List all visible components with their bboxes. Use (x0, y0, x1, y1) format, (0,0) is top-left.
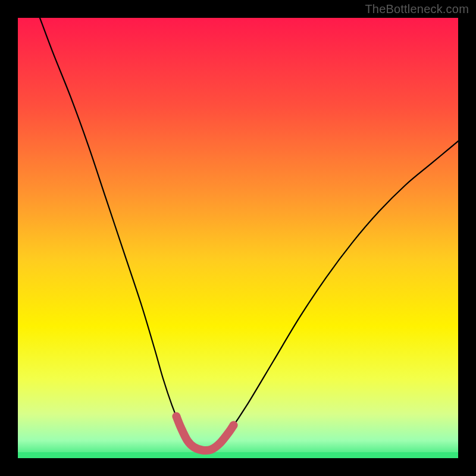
watermark-text: TheBottleneck.com (365, 2, 469, 16)
green-band (18, 452, 458, 458)
gradient-background (18, 18, 458, 458)
plot-area (18, 18, 458, 458)
chart-svg (18, 18, 458, 458)
chart-frame: TheBottleneck.com (0, 0, 476, 476)
